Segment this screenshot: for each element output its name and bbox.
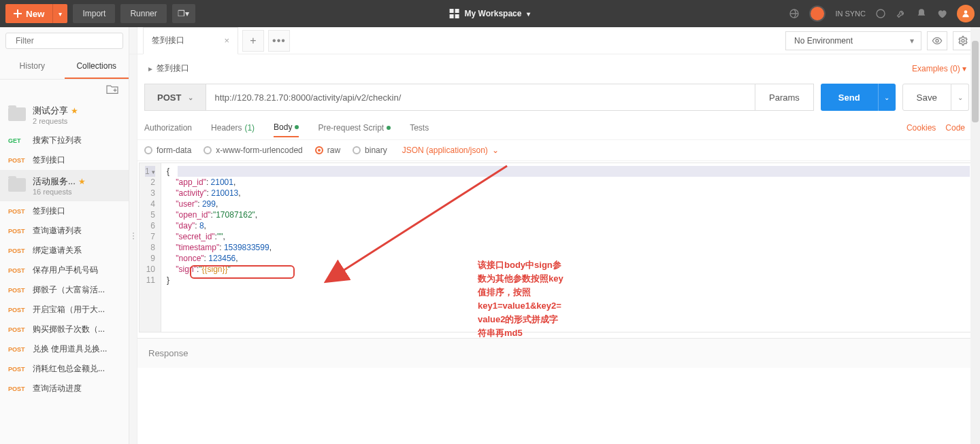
request-name: 签到接口	[33, 205, 65, 217]
modified-dot-icon	[295, 125, 299, 129]
main-panel: 签到接口 × + ••• No Environment ▸ 签到接口 Examp…	[129, 27, 980, 444]
response-section-header[interactable]: Response	[135, 338, 975, 368]
params-button[interactable]: Params	[755, 84, 814, 111]
tab-authorization[interactable]: Authorization	[144, 119, 192, 137]
new-window-button[interactable]: ❐▾	[172, 4, 195, 23]
request-item[interactable]: POST签到接口	[0, 201, 129, 221]
request-item[interactable]: POST签到接口	[0, 150, 129, 170]
annotation-highlight-box	[190, 265, 295, 279]
request-item[interactable]: GET搜索下拉列表	[0, 131, 129, 150]
request-item[interactable]: POST兑换 使用道具兑换...	[0, 339, 129, 359]
method-badge: GET	[8, 137, 27, 144]
user-avatar[interactable]	[957, 5, 975, 22]
request-name: 查询活动进度	[33, 383, 82, 394]
method-badge: POST	[8, 307, 27, 313]
method-badge: POST	[8, 228, 27, 235]
request-name: 保存用户手机号码	[33, 264, 98, 276]
browse-icon[interactable]	[875, 8, 886, 19]
request-item[interactable]: POST绑定邀请关系	[0, 241, 129, 260]
bodytype-formdata[interactable]: form-data	[144, 146, 191, 155]
tab-more-button[interactable]: •••	[268, 30, 290, 52]
import-button[interactable]: Import	[73, 4, 115, 23]
method-badge: POST	[8, 366, 27, 373]
request-name: 开启宝箱（用于大...	[33, 304, 105, 315]
save-dropdown[interactable]: ⌄	[951, 84, 969, 111]
bodytype-binary[interactable]: binary	[353, 146, 387, 155]
workspace-icon	[450, 9, 459, 18]
sidebar-resize-handle[interactable]	[129, 27, 137, 444]
method-badge: POST	[8, 247, 27, 254]
code-link[interactable]: Code	[945, 123, 965, 133]
workspace-switcher[interactable]: My Workspace ▾	[450, 9, 531, 18]
request-item[interactable]: POST开启宝箱（用于大...	[0, 300, 129, 320]
runner-button[interactable]: Runner	[120, 4, 166, 23]
url-input[interactable]	[206, 84, 755, 111]
settings-wrench-icon[interactable]	[896, 8, 906, 19]
collection-item[interactable]: 活动服务...★ 16 requests	[0, 170, 129, 201]
method-select[interactable]: POST⌄	[144, 84, 206, 111]
folder-icon	[8, 178, 26, 192]
breadcrumb-caret-icon[interactable]: ▸	[148, 64, 152, 73]
save-button[interactable]: Save	[902, 84, 951, 111]
cookies-link[interactable]: Cookies	[906, 123, 936, 133]
notifications-icon[interactable]	[916, 8, 927, 19]
method-badge: POST	[8, 386, 27, 392]
send-dropdown[interactable]: ⌄	[878, 84, 896, 111]
scrollbar[interactable]	[970, 27, 980, 444]
request-tab[interactable]: 签到接口 ×	[143, 27, 238, 54]
plus-icon	[14, 10, 22, 18]
collection-meta: 16 requests	[33, 188, 86, 196]
bodytype-urlencoded[interactable]: x-www-form-urlencoded	[203, 146, 302, 155]
collection-item[interactable]: 测试分享★ 2 requests	[0, 99, 129, 131]
examples-link[interactable]: Examples (0) ▾	[912, 64, 966, 73]
close-icon[interactable]: ×	[224, 35, 229, 46]
tab-collections[interactable]: Collections	[65, 54, 129, 79]
request-item[interactable]: POST查询活动进度	[0, 379, 129, 398]
request-name: 签到接口	[33, 154, 65, 166]
collection-name: 测试分享	[33, 105, 68, 116]
request-name: 掷骰子（大富翁活...	[33, 284, 105, 296]
contenttype-select[interactable]: JSON (application/json) ⌄	[402, 146, 500, 155]
editor-code[interactable]: { "app_id": 21001, "activity": 210013, "…	[161, 163, 277, 332]
add-tab-button[interactable]: +	[242, 30, 264, 52]
request-item[interactable]: POST消耗红包总金额兑...	[0, 359, 129, 379]
star-icon: ★	[71, 106, 78, 116]
tab-headers[interactable]: Headers (1)	[211, 119, 255, 137]
request-name: 购买掷骰子次数（...	[33, 324, 105, 335]
method-badge: POST	[8, 346, 27, 353]
request-item[interactable]: POST掷骰子（大富翁活...	[0, 280, 129, 300]
chevron-down-icon: ⌄	[188, 94, 193, 101]
request-item[interactable]: POST购买掷骰子次数（...	[0, 320, 129, 339]
method-badge: POST	[8, 157, 27, 164]
capture-icon[interactable]	[789, 8, 800, 19]
tab-history[interactable]: History	[0, 54, 65, 79]
bodytype-raw[interactable]: raw	[315, 146, 340, 155]
new-collection-icon[interactable]	[0, 80, 129, 99]
environment-select[interactable]: No Environment	[785, 31, 921, 50]
editor-gutter: 1 ▾234567891011	[140, 163, 161, 332]
method-badge: POST	[8, 267, 27, 274]
env-quicklook-icon[interactable]	[927, 31, 947, 50]
request-item[interactable]: POST查询邀请列表	[0, 221, 129, 241]
tab-tests[interactable]: Tests	[410, 119, 429, 137]
sync-status: IN SYNC	[835, 10, 866, 18]
request-name: 查询邀请列表	[33, 225, 82, 237]
star-icon: ★	[78, 177, 86, 186]
tab-prerequest[interactable]: Pre-request Script	[318, 119, 391, 137]
request-tab-label: 签到接口	[152, 35, 184, 46]
send-button[interactable]: Send	[821, 84, 878, 111]
tab-body[interactable]: Body	[274, 118, 299, 137]
method-badge: POST	[8, 287, 27, 294]
request-name: 消耗红包总金额兑...	[33, 363, 105, 375]
filter-input[interactable]	[16, 36, 118, 46]
request-item[interactable]: POST保存用户手机号码	[0, 260, 129, 280]
new-button[interactable]: New	[5, 4, 52, 23]
annotation-text: 该接口body中sign参 数为其他参数按照key 值排序，按照 key1=va…	[478, 258, 564, 340]
sync-avatar-icon	[809, 5, 826, 22]
new-dropdown[interactable]: ▾	[52, 4, 67, 23]
filter-box[interactable]	[5, 33, 123, 49]
scrollbar-thumb[interactable]	[972, 41, 979, 122]
svg-point-2	[964, 10, 968, 14]
heart-icon[interactable]	[936, 8, 947, 19]
folder-icon	[8, 107, 26, 121]
